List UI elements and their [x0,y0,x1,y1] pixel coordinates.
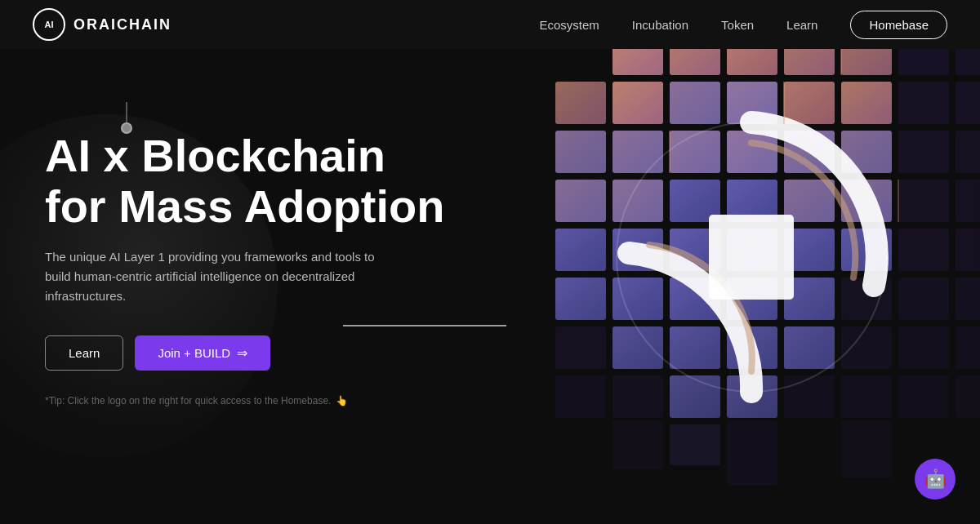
svg-rect-68 [841,420,892,477]
learn-button[interactable]: Learn [45,335,123,371]
svg-rect-55 [841,326,892,369]
join-build-button[interactable]: Join + BUILD ⇒ [135,335,270,371]
svg-rect-12 [670,82,720,124]
hero-subtitle: The unique AI Layer 1 providing you fram… [45,247,388,306]
join-build-label: Join + BUILD [158,346,230,360]
nav-token[interactable]: Token [721,18,754,32]
svg-rect-20 [670,131,720,173]
svg-rect-26 [555,180,606,222]
svg-rect-67 [612,420,663,469]
svg-rect-6 [956,49,980,75]
decorative-line [126,102,127,123]
navbar: AI ORAICHAIN Ecosystem Incubation Token … [0,0,980,49]
hero-tip: *Tip: Click the logo on the right for qu… [45,395,444,406]
svg-rect-32 [898,180,949,222]
svg-rect-10 [555,82,606,124]
svg-rect-5 [898,49,949,75]
svg-rect-21 [727,131,777,173]
logo[interactable]: AI ORAICHAIN [33,8,172,41]
tip-icon: 👆 [336,395,348,406]
svg-rect-0 [612,49,663,75]
logo-ai-text: AI [45,20,54,29]
svg-rect-59 [612,375,663,418]
chat-bubble-button[interactable]: 🤖 [915,459,956,500]
svg-rect-56 [898,326,949,369]
decorative-horizontal-line [343,325,506,326]
svg-rect-18 [555,131,606,173]
svg-rect-4 [841,49,892,75]
svg-rect-42 [555,278,606,320]
nav-homebase-button[interactable]: Homebase [850,11,947,39]
svg-rect-24 [898,131,949,173]
svg-rect-3 [784,49,835,75]
arrow-icon: ⇒ [237,345,247,361]
svg-rect-14 [784,82,835,124]
hero-title-line1: AI x Blockchain [45,130,385,181]
nav-learn[interactable]: Learn [786,18,817,32]
svg-rect-16 [898,82,949,124]
svg-rect-50 [555,326,606,369]
svg-rect-34 [555,229,606,271]
svg-rect-49 [956,278,980,320]
blocks-svg [449,49,980,524]
svg-rect-65 [956,375,980,418]
chat-icon: 🤖 [924,468,947,490]
svg-rect-40 [898,229,949,271]
tip-text: *Tip: Click the logo on the right for qu… [45,395,331,406]
svg-rect-52 [670,326,720,369]
svg-rect-2 [727,49,777,75]
svg-rect-66 [727,420,777,486]
svg-rect-17 [956,82,980,124]
svg-rect-57 [956,326,980,369]
svg-rect-33 [956,180,980,222]
hero-buttons: Learn Join + BUILD ⇒ [45,335,444,371]
svg-rect-62 [784,375,835,418]
svg-rect-1 [670,49,720,75]
svg-rect-64 [898,375,949,418]
svg-rect-71 [709,215,794,300]
hero-section: AI x Blockchain for Mass Adoption The un… [0,49,980,524]
svg-rect-19 [612,131,663,173]
nav-ecosystem[interactable]: Ecosystem [539,18,599,32]
hero-content: AI x Blockchain for Mass Adoption The un… [45,131,444,406]
svg-rect-15 [841,82,892,124]
svg-rect-54 [784,326,835,369]
logo-name: ORAICHAIN [74,16,172,33]
svg-rect-11 [612,82,663,124]
3d-blocks [449,49,980,524]
svg-rect-60 [670,375,720,418]
hero-title: AI x Blockchain for Mass Adoption [45,131,444,231]
svg-rect-51 [612,326,663,369]
nav-incubation[interactable]: Incubation [632,18,688,32]
logo-icon: AI [33,8,65,41]
hero-graphic [425,49,980,524]
svg-rect-58 [555,375,606,418]
svg-rect-41 [956,229,980,271]
svg-rect-48 [898,278,949,320]
svg-rect-63 [841,375,892,418]
hero-title-line2: for Mass Adoption [45,180,444,232]
svg-rect-25 [956,131,980,173]
svg-rect-69 [670,424,720,465]
nav-links: Ecosystem Incubation Token Learn Homebas… [539,11,947,39]
